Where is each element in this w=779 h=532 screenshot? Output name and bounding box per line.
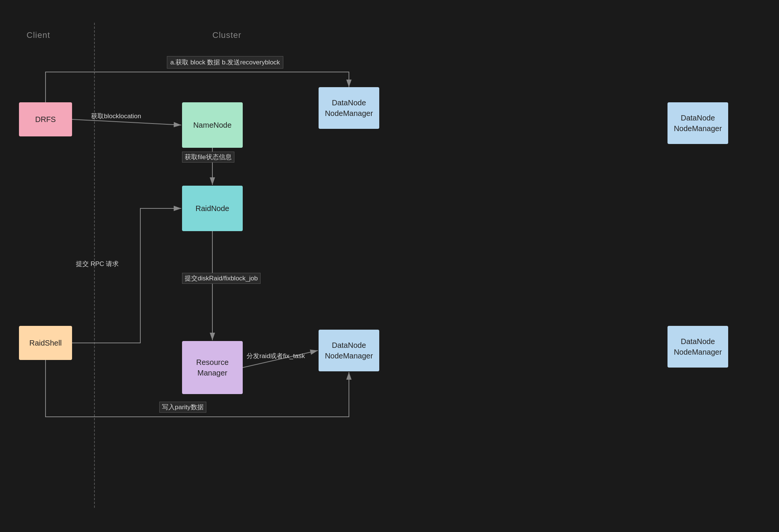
datanode2-node: DataNode NodeManager <box>319 330 379 371</box>
submit-rpc-label: 提交 RPC 请求 <box>76 260 119 268</box>
raidnode-node: RaidNode <box>182 186 243 231</box>
get-file-status-label: 获取file状态信息 <box>182 152 234 163</box>
raidshell-node: RaidShell <box>19 326 72 360</box>
submit-job-label: 提交diskRaid/fixblock_job <box>182 273 261 284</box>
datanode4-node: DataNode NodeManager <box>667 326 728 368</box>
resource-manager-node: Resource Manager <box>182 341 243 394</box>
namenode-node: NameNode <box>182 102 243 148</box>
dispatch-task-label: 分发raid或者fix_task <box>247 352 305 360</box>
write-parity-label: 写入parity数据 <box>159 402 206 413</box>
datanode3-node: DataNode NodeManager <box>667 102 728 144</box>
datanode1-node: DataNode NodeManager <box>319 87 379 129</box>
get-block-label: a.获取 block 数据 b.发送recoveryblock <box>167 56 283 69</box>
get-block-location-label: 获取blocklocation <box>91 112 141 120</box>
cluster-label: Cluster <box>212 30 242 40</box>
drfs-node: DRFS <box>19 102 72 136</box>
diagram: Client Cluster DRFS <box>0 0 779 532</box>
client-label: Client <box>27 30 50 40</box>
